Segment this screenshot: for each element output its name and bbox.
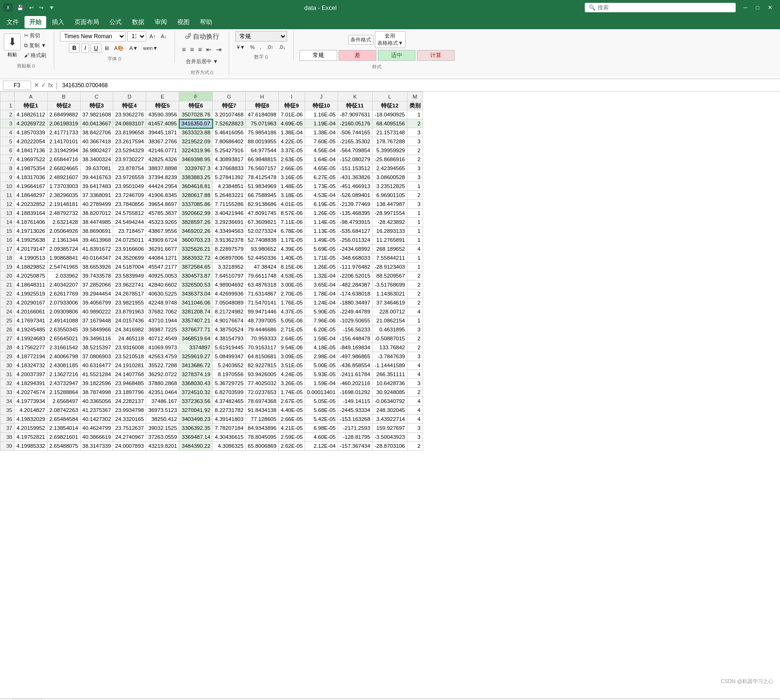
cell[interactable]: 3468519.64 <box>179 334 213 343</box>
cell[interactable]: 3436373.04 <box>179 289 213 298</box>
cell[interactable]: 6.96901105 <box>373 191 407 200</box>
cell[interactable]: -156.448478 <box>338 334 373 343</box>
cell[interactable]: 43219.8201 <box>146 442 179 451</box>
cell[interactable]: 7.55844211 <box>373 254 407 263</box>
cell[interactable]: 3 <box>407 352 423 361</box>
cell[interactable]: -111.976482 <box>338 263 373 272</box>
cell[interactable]: 42840.6602 <box>146 280 179 289</box>
format-painter-btn[interactable]: 🖌 格式刷 <box>22 51 48 60</box>
cell[interactable]: 2.38296035 <box>47 191 80 200</box>
spreadsheet-container[interactable]: A B C D E F G H I J K L M 1 特征1 特征2 特征3 <box>0 91 780 698</box>
cell[interactable]: 37394.8239 <box>146 173 179 182</box>
cell[interactable]: 40.2789499 <box>80 200 113 209</box>
cell[interactable]: 3.18E-05 <box>279 191 305 200</box>
cell[interactable]: 8.1970556 <box>213 370 246 379</box>
row-num-33[interactable]: 33 <box>0 388 15 397</box>
row-num-28[interactable]: 28 <box>0 343 15 352</box>
auto-wrap-btn[interactable]: ⮰ 自动换行 <box>183 31 221 42</box>
cell[interactable]: 3411046.06 <box>179 298 213 307</box>
cell[interactable]: 2.40342207 <box>47 280 80 289</box>
cell[interactable]: 2.42394565 <box>373 164 407 173</box>
cell[interactable]: 4.19752821 <box>15 433 48 442</box>
cell[interactable]: 228.00712 <box>373 307 407 316</box>
cell[interactable]: 4.19925638 <box>15 236 48 245</box>
cell[interactable]: 4.20232852 <box>15 200 48 209</box>
cell[interactable]: 38.8207012 <box>80 209 113 218</box>
cell[interactable]: 4.18294391 <box>15 379 48 388</box>
cell[interactable]: -497.986865 <box>338 352 373 361</box>
cell[interactable]: 23.9934798 <box>113 406 146 415</box>
cell[interactable]: 1.14E-05 <box>305 218 338 227</box>
row-num-5[interactable]: 5 <box>0 137 15 146</box>
cell[interactable]: 24.3416982 <box>113 325 146 334</box>
cell[interactable]: 5.27841392 <box>213 173 246 182</box>
cell[interactable]: 40.4624799 <box>80 424 113 433</box>
row-num-21[interactable]: 21 <box>0 280 15 289</box>
row-num-3[interactable]: 3 <box>0 119 15 128</box>
cell[interactable]: 2.54741965 <box>47 263 80 272</box>
insert-function-icon[interactable]: fx <box>48 82 53 89</box>
cell[interactable]: 2.68499882 <box>47 110 80 119</box>
cell[interactable]: 5.61919445 <box>213 343 246 352</box>
cell[interactable]: 3.91362378 <box>213 236 246 245</box>
cell[interactable]: 38.3400324 <box>80 155 113 164</box>
cell[interactable]: 23.878754 <box>113 164 146 173</box>
cell[interactable]: 4.22E-05 <box>279 137 305 146</box>
cell[interactable]: 3 <box>407 379 423 388</box>
cell[interactable]: 4.2014827 <box>15 406 48 415</box>
cell[interactable]: 4.18317036 <box>15 173 48 182</box>
cell[interactable]: 36291.6677 <box>146 245 179 254</box>
cell[interactable]: 4.19924683 <box>15 334 48 343</box>
cell[interactable]: 41069.9973 <box>146 343 179 352</box>
cell[interactable]: 39.7433578 <box>80 272 113 280</box>
cell[interactable]: 23.9316008 <box>113 343 146 352</box>
col-label-6[interactable]: 特征6 <box>179 101 213 110</box>
cell[interactable]: 24.2740967 <box>113 433 146 442</box>
cell[interactable]: 37.2852066 <box>80 280 113 289</box>
cell[interactable]: 6.19E-05 <box>305 200 338 209</box>
cell[interactable]: 42563.4759 <box>146 352 179 361</box>
cell[interactable]: 2.49141088 <box>47 316 80 325</box>
cell[interactable]: 10.6428736 <box>373 379 407 388</box>
menu-home[interactable]: 开始 <box>25 16 46 28</box>
cell[interactable]: 4.20222054 <box>15 137 48 146</box>
cell[interactable]: 3 <box>407 164 423 173</box>
cell[interactable]: 3259619.27 <box>179 352 213 361</box>
cell[interactable]: 4.18829852 <box>15 263 48 272</box>
cell[interactable]: 63.4876318 <box>246 280 279 289</box>
cell[interactable]: 2.43732947 <box>47 379 80 388</box>
cell[interactable]: 4.20269722 <box>15 119 48 128</box>
cell[interactable]: 38.3147339 <box>80 442 113 451</box>
cell[interactable]: 6.98E-05 <box>305 424 338 433</box>
formula-input[interactable] <box>60 81 777 90</box>
cell[interactable]: 37.0806903 <box>80 352 113 361</box>
cell[interactable]: 4.2384851 <box>213 182 246 191</box>
cell[interactable]: 4.37E-05 <box>279 307 305 316</box>
col-header-a[interactable]: A <box>15 92 48 101</box>
cell[interactable]: 40925.0053 <box>146 272 179 280</box>
cell[interactable]: 4.18826112 <box>15 110 48 119</box>
cell[interactable]: 2.48921607 <box>47 173 80 182</box>
table-format-btn[interactable]: 套用表格格式▼ <box>375 31 406 48</box>
cell[interactable]: 51.9834969 <box>246 182 279 191</box>
row-num-14[interactable]: 14 <box>0 218 15 227</box>
cell[interactable]: 5.2403652 <box>213 361 246 370</box>
cell[interactable]: 37880.2868 <box>146 379 179 388</box>
style-calc[interactable]: 计算 <box>417 50 455 61</box>
cell[interactable]: 3224319.96 <box>179 146 213 155</box>
cell[interactable]: 44424.2954 <box>146 182 179 191</box>
font-size-select[interactable]: 11 <box>127 31 146 41</box>
cell[interactable]: 39.6417483 <box>80 182 113 191</box>
cell[interactable]: 3724510.32 <box>179 388 213 397</box>
cell[interactable]: 47.8091745 <box>246 209 279 218</box>
row-num-23[interactable]: 23 <box>0 298 15 307</box>
cell[interactable]: 2.05064926 <box>47 227 80 236</box>
cell[interactable]: 37.3368091 <box>80 191 113 200</box>
cell[interactable]: 36292.0722 <box>146 370 179 379</box>
cell[interactable]: 71.5470141 <box>246 298 279 307</box>
font-color-btn[interactable]: A▼ <box>127 44 140 52</box>
cell[interactable]: 47.38424 <box>246 263 279 272</box>
cell[interactable]: 4.37482465 <box>213 397 246 406</box>
cell[interactable]: 268.189652 <box>373 245 407 254</box>
qa-dropdown[interactable]: ▼ <box>47 4 56 12</box>
